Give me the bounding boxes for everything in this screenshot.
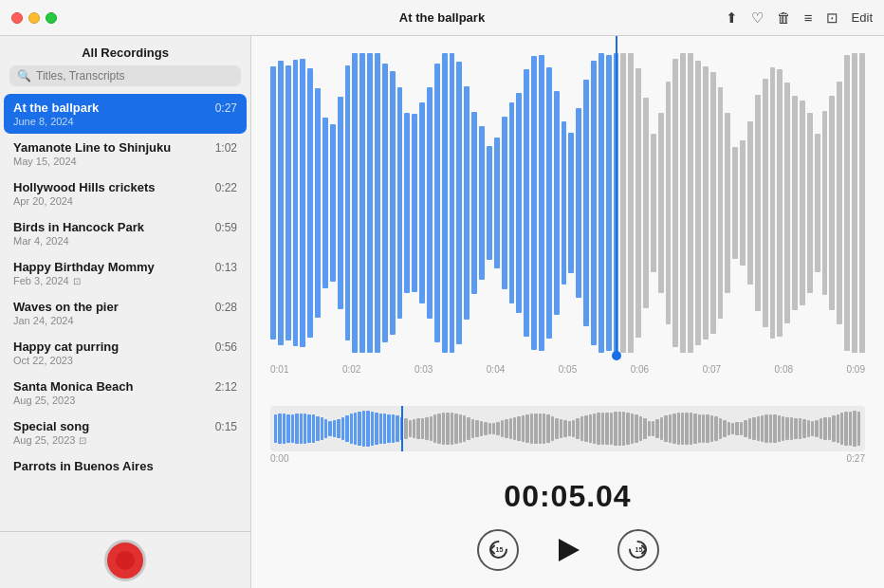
recording-duration: 2:12 bbox=[215, 380, 237, 394]
time-label: 0:06 bbox=[631, 364, 649, 376]
waveform-bar bbox=[784, 83, 790, 323]
mini-bar bbox=[328, 421, 331, 436]
skip-forward-button[interactable]: 15 bbox=[617, 529, 659, 571]
time-labels: 0:010:020:030:040:050:060:070:080:09 bbox=[270, 360, 865, 379]
record-button-inner bbox=[116, 551, 135, 570]
recording-title: Special song bbox=[13, 419, 89, 433]
mini-bar bbox=[496, 422, 499, 436]
mini-bar bbox=[748, 418, 751, 438]
waveform-bar bbox=[620, 53, 626, 352]
mini-bar bbox=[837, 414, 839, 444]
waveform-bar bbox=[844, 55, 850, 352]
mini-waveform[interactable] bbox=[270, 406, 865, 451]
edit-button[interactable]: Edit bbox=[852, 10, 873, 25]
mini-bar bbox=[785, 417, 788, 440]
recording-title: Hollywood Hills crickets bbox=[13, 180, 156, 194]
playhead-line[interactable] bbox=[616, 36, 617, 360]
favorite-icon[interactable]: ♡ bbox=[751, 9, 764, 27]
main-waveform[interactable] bbox=[270, 46, 865, 360]
waveform-bar bbox=[770, 67, 776, 338]
search-bar[interactable]: 🔍 bbox=[9, 65, 241, 86]
mini-bar bbox=[597, 413, 599, 444]
time-label: 0:02 bbox=[342, 364, 360, 376]
mini-bar bbox=[576, 418, 579, 439]
mini-bar bbox=[362, 411, 365, 447]
recording-item[interactable]: Happy cat purring 0:56 Oct 22, 2023 bbox=[0, 333, 250, 373]
captions-icon[interactable]: ⊡ bbox=[826, 9, 838, 27]
mini-bar bbox=[471, 419, 474, 438]
waveform-bar bbox=[554, 91, 560, 315]
waveform-bar bbox=[651, 134, 656, 271]
recording-title: Parrots in Buenos Aires bbox=[13, 459, 154, 473]
waveform-bar bbox=[829, 96, 835, 310]
mini-bar bbox=[685, 413, 688, 445]
mini-bar bbox=[849, 412, 852, 447]
recording-date: Feb 3, 2024 bbox=[13, 275, 69, 286]
recording-item[interactable]: Parrots in Buenos Aires bbox=[0, 452, 250, 481]
mini-bar bbox=[744, 420, 746, 437]
waveform-bar bbox=[643, 98, 649, 307]
mini-bar bbox=[677, 413, 680, 445]
mini-bar bbox=[773, 414, 776, 442]
mini-bar bbox=[416, 418, 419, 438]
mini-bar bbox=[517, 416, 520, 440]
mini-bar bbox=[467, 417, 470, 440]
mini-bar bbox=[404, 418, 407, 439]
mini-bar bbox=[341, 417, 344, 441]
time-label: 0:07 bbox=[703, 364, 721, 376]
list-icon[interactable]: ≡ bbox=[804, 9, 813, 26]
recording-item[interactable]: Santa Monica Beach 2:12 Aug 25, 2023 bbox=[0, 373, 250, 413]
waveform-bar bbox=[680, 53, 686, 352]
skip-back-button[interactable]: 15 bbox=[477, 529, 519, 571]
mini-time-end: 0:27 bbox=[847, 453, 865, 464]
recording-item[interactable]: Yamanote Line to Shinjuku 1:02 May 15, 2… bbox=[0, 134, 250, 174]
waveform-bar bbox=[330, 124, 336, 281]
maximize-button[interactable] bbox=[46, 12, 57, 24]
search-input[interactable] bbox=[36, 69, 233, 83]
waveform-bar bbox=[359, 53, 365, 352]
timer-display: 00:05.04 bbox=[251, 471, 884, 520]
mini-bar bbox=[304, 413, 306, 444]
waveform-bar bbox=[338, 97, 343, 309]
record-button[interactable] bbox=[104, 540, 146, 581]
waveform-bar bbox=[635, 68, 641, 338]
mini-bar bbox=[307, 414, 310, 444]
waveform-bar bbox=[591, 61, 597, 344]
recording-title: Yamanote Line to Shinjuku bbox=[13, 140, 171, 155]
mini-bar bbox=[605, 413, 608, 444]
waveform-bar bbox=[658, 113, 664, 293]
recording-item[interactable]: Happy Birthday Mommy 0:13 Feb 3, 2024 ⊡ bbox=[0, 253, 250, 293]
titlebar: At the ballpark ⬆ ♡ 🗑 ≡ ⊡ Edit bbox=[0, 0, 884, 36]
recording-item[interactable]: Hollywood Hills crickets 0:22 Apr 20, 20… bbox=[0, 174, 250, 213]
mini-bar bbox=[433, 414, 436, 443]
mini-bar bbox=[354, 413, 357, 446]
waveform-bar bbox=[837, 82, 842, 325]
mini-bar bbox=[371, 412, 374, 447]
recording-item[interactable]: Waves on the pier 0:28 Jan 24, 2024 bbox=[0, 293, 250, 333]
mini-bar bbox=[321, 417, 323, 440]
titlebar-actions: ⬆ ♡ 🗑 ≡ ⊡ Edit bbox=[726, 9, 873, 27]
mini-bar bbox=[430, 416, 433, 442]
mini-bar bbox=[291, 414, 294, 443]
mini-bar bbox=[643, 418, 646, 438]
mini-bar bbox=[337, 419, 340, 439]
mini-bar bbox=[840, 413, 843, 445]
recording-item[interactable]: Birds in Hancock Park 0:59 Mar 4, 2024 bbox=[0, 213, 250, 253]
waveform-area[interactable]: 0:010:020:030:040:050:060:070:080:09 bbox=[251, 36, 884, 398]
mini-bar bbox=[664, 415, 667, 442]
play-button[interactable] bbox=[545, 527, 591, 573]
waveform-bar bbox=[375, 53, 380, 352]
minimize-button[interactable] bbox=[28, 12, 40, 24]
mini-bar bbox=[593, 413, 596, 445]
recording-item[interactable]: Special song 0:15 Aug 25, 2023 ⊡ bbox=[0, 413, 250, 452]
recording-item[interactable]: At the ballpark 0:27 June 8, 2024 bbox=[4, 94, 247, 134]
mini-bar bbox=[345, 415, 348, 443]
mini-waveform-section[interactable]: 0:00 0:27 bbox=[251, 398, 884, 471]
share-icon[interactable]: ⬆ bbox=[726, 9, 738, 27]
mini-bar bbox=[614, 412, 617, 446]
playback-controls: 15 15 bbox=[251, 520, 884, 588]
close-button[interactable] bbox=[11, 12, 23, 24]
trash-icon[interactable]: 🗑 bbox=[777, 9, 791, 26]
recordings-list: At the ballpark 0:27 June 8, 2024 Yamano… bbox=[0, 94, 250, 531]
mini-bars bbox=[274, 406, 861, 451]
